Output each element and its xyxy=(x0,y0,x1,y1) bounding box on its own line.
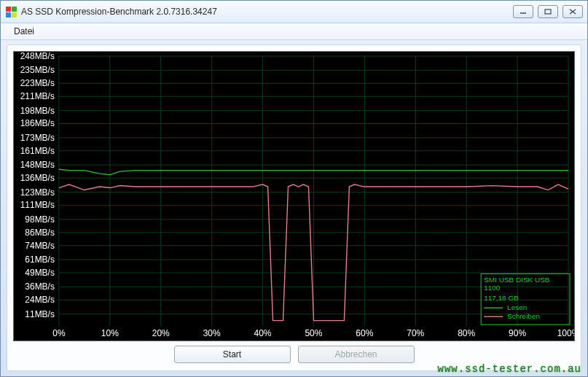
svg-text:Schreiben: Schreiben xyxy=(507,312,540,320)
svg-text:186MB/s: 186MB/s xyxy=(20,119,55,129)
svg-text:0%: 0% xyxy=(52,328,66,338)
svg-text:50%: 50% xyxy=(305,328,322,338)
svg-text:123MB/s: 123MB/s xyxy=(20,187,55,198)
svg-text:235MB/s: 235MB/s xyxy=(20,65,55,75)
svg-text:98MB/s: 98MB/s xyxy=(25,214,55,225)
svg-text:20%: 20% xyxy=(152,328,170,338)
svg-text:10%: 10% xyxy=(101,328,119,338)
maximize-button[interactable] xyxy=(538,5,558,18)
app-window: AS SSD Kompression-Benchmark 2.0.7316.34… xyxy=(0,0,588,377)
menubar: Datei xyxy=(1,23,587,40)
menu-file[interactable]: Datei xyxy=(8,25,40,38)
close-button[interactable] xyxy=(562,5,583,18)
window-title: AS SSD Kompression-Benchmark 2.0.7316.34… xyxy=(21,7,513,17)
svg-text:148MB/s: 148MB/s xyxy=(20,160,55,170)
svg-text:40%: 40% xyxy=(254,328,272,338)
window-buttons xyxy=(513,5,583,18)
svg-text:80%: 80% xyxy=(458,328,475,338)
svg-text:117,18 GB: 117,18 GB xyxy=(484,294,519,302)
svg-text:24MB/s: 24MB/s xyxy=(25,295,55,305)
svg-text:Lesen: Lesen xyxy=(507,303,527,311)
svg-text:61MB/s: 61MB/s xyxy=(25,254,55,265)
svg-text:74MB/s: 74MB/s xyxy=(25,241,55,251)
watermark: www.ssd-tester.com.au xyxy=(438,363,581,375)
titlebar: AS SSD Kompression-Benchmark 2.0.7316.34… xyxy=(1,1,587,23)
svg-text:136MB/s: 136MB/s xyxy=(20,173,55,183)
svg-text:111MB/s: 111MB/s xyxy=(20,200,55,210)
svg-text:60%: 60% xyxy=(356,328,373,338)
svg-text:90%: 90% xyxy=(509,328,526,338)
svg-text:248MB/s: 248MB/s xyxy=(20,52,55,61)
svg-text:70%: 70% xyxy=(407,328,424,338)
svg-text:86MB/s: 86MB/s xyxy=(25,228,55,238)
svg-rect-1 xyxy=(545,9,551,14)
cancel-button: Abbrechen xyxy=(298,346,415,363)
svg-text:198MB/s: 198MB/s xyxy=(20,106,55,116)
svg-text:173MB/s: 173MB/s xyxy=(20,133,55,143)
app-icon xyxy=(5,6,17,18)
minimize-button[interactable] xyxy=(513,5,533,18)
svg-text:100%: 100% xyxy=(557,328,574,338)
svg-text:36MB/s: 36MB/s xyxy=(25,281,55,292)
svg-text:161MB/s: 161MB/s xyxy=(20,146,55,156)
svg-text:30%: 30% xyxy=(203,328,221,338)
chart-area: 11MB/s24MB/s36MB/s49MB/s61MB/s74MB/s86MB… xyxy=(13,51,575,341)
svg-text:211MB/s: 211MB/s xyxy=(20,91,55,101)
start-button[interactable]: Start xyxy=(174,346,291,363)
svg-text:11MB/s: 11MB/s xyxy=(25,309,55,319)
svg-text:1100: 1100 xyxy=(484,284,501,292)
svg-text:SMI USB DISK USB: SMI USB DISK USB xyxy=(484,276,550,284)
svg-text:223MB/s: 223MB/s xyxy=(20,78,55,88)
svg-text:49MB/s: 49MB/s xyxy=(25,268,55,278)
main-panel: 11MB/s24MB/s36MB/s49MB/s61MB/s74MB/s86MB… xyxy=(7,44,581,371)
